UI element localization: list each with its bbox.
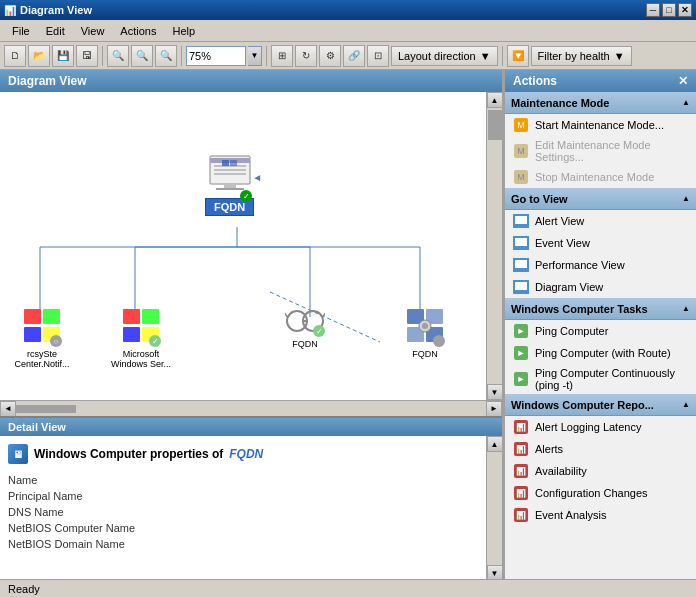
- vscroll-thumb[interactable]: [488, 110, 502, 140]
- separator-1: [102, 46, 103, 66]
- svg-rect-19: [230, 160, 237, 166]
- menu-actions[interactable]: Actions: [112, 23, 164, 39]
- ping-route-label: Ping Computer (with Route): [535, 347, 671, 359]
- actions-panel: Actions ✕ Maintenance Mode ▲ M Start Mai…: [504, 70, 696, 579]
- child-node-4[interactable]: FQDN: [395, 307, 455, 359]
- title-bar: 📊 Diagram View ─ □ ✕: [0, 0, 696, 20]
- root-node[interactable]: ✓ FQDN ◄: [205, 152, 254, 216]
- vscroll-track[interactable]: [488, 108, 502, 384]
- diagram-canvas[interactable]: ✓ FQDN ◄ ○: [0, 92, 486, 400]
- separator-3: [266, 46, 267, 66]
- toolbar-zoom-in[interactable]: 🔍: [131, 45, 153, 67]
- zoom-dropdown[interactable]: ▼: [248, 46, 262, 66]
- action-alert-latency[interactable]: 📊 Alert Logging Latency: [505, 416, 696, 438]
- diagram-view-icon: [513, 279, 529, 295]
- diagram-hscroll[interactable]: ◄ ►: [0, 400, 502, 416]
- detail-vscroll-up[interactable]: ▲: [487, 436, 503, 452]
- action-alerts[interactable]: 📊 Alerts: [505, 438, 696, 460]
- svg-text:M: M: [517, 146, 525, 156]
- section-goto-collapse[interactable]: ▲: [682, 194, 690, 203]
- child-node-1[interactable]: ○ rcsySte Center.Notif...: [6, 307, 78, 369]
- minimize-button[interactable]: ─: [646, 3, 660, 17]
- filter-health-btn[interactable]: Filter by health ▼: [531, 46, 632, 66]
- toolbar-save2[interactable]: 🖫: [76, 45, 98, 67]
- toolbar-open[interactable]: 📂: [28, 45, 50, 67]
- detail-icon: 🖥: [8, 444, 28, 464]
- zoom-input[interactable]: [186, 46, 246, 66]
- child-node-3[interactable]: ✓ FQDN: [275, 307, 335, 349]
- svg-rect-24: [123, 309, 140, 324]
- child4-icon-wrapper: [405, 307, 445, 347]
- section-goto-title: Go to View: [511, 193, 568, 205]
- toolbar-link[interactable]: 🔗: [343, 45, 365, 67]
- actions-header: Actions ✕: [505, 70, 696, 92]
- svg-text:M: M: [517, 172, 525, 182]
- action-event-analysis[interactable]: 📊 Event Analysis: [505, 504, 696, 526]
- window-controls[interactable]: ─ □ ✕: [646, 3, 692, 17]
- action-start-maintenance[interactable]: M Start Maintenance Mode...: [505, 114, 696, 136]
- section-reports-collapse[interactable]: ▲: [682, 400, 690, 409]
- action-ping[interactable]: ► Ping Computer: [505, 320, 696, 342]
- svg-text:📊: 📊: [516, 444, 526, 454]
- toolbar-refresh[interactable]: ↻: [295, 45, 317, 67]
- actions-scroll-area[interactable]: Maintenance Mode ▲ M Start Maintenance M…: [505, 92, 696, 579]
- menu-edit[interactable]: Edit: [38, 23, 73, 39]
- child3-label: FQDN: [292, 339, 318, 349]
- toolbar-zoom-out[interactable]: 🔍: [155, 45, 177, 67]
- action-event-view[interactable]: Event View: [505, 232, 696, 254]
- maximize-button[interactable]: □: [662, 3, 676, 17]
- start-maintenance-label: Start Maintenance Mode...: [535, 119, 664, 131]
- window-title: Diagram View: [20, 4, 646, 16]
- field-principal: Principal Name: [8, 488, 478, 504]
- detail-vscroll[interactable]: ▲ ▼: [486, 436, 502, 581]
- ping-label: Ping Computer: [535, 325, 608, 337]
- diagram-panel: Diagram View: [0, 70, 504, 579]
- hscroll-right[interactable]: ►: [486, 401, 502, 417]
- svg-line-32: [323, 313, 325, 317]
- menu-help[interactable]: Help: [164, 23, 203, 39]
- section-tasks-title: Windows Computer Tasks: [511, 303, 648, 315]
- action-alert-view[interactable]: Alert View: [505, 210, 696, 232]
- toolbar-new[interactable]: 🗋: [4, 45, 26, 67]
- toolbar-save[interactable]: 💾: [52, 45, 74, 67]
- layout-direction-btn[interactable]: Layout direction ▼: [391, 46, 498, 66]
- action-config-changes[interactable]: 📊 Configuration Changes: [505, 482, 696, 504]
- toolbar-settings[interactable]: ⚙: [319, 45, 341, 67]
- menu-file[interactable]: File: [4, 23, 38, 39]
- child1-status: ○: [50, 335, 62, 347]
- section-tasks-collapse[interactable]: ▲: [682, 304, 690, 313]
- performance-view-icon: [513, 257, 529, 273]
- svg-rect-46: [515, 216, 527, 224]
- vscroll-down[interactable]: ▼: [487, 384, 503, 400]
- hscroll-left[interactable]: ◄: [0, 401, 16, 417]
- diagram-vscroll[interactable]: ▲ ▼: [486, 92, 502, 400]
- toolbar-grid[interactable]: ⊞: [271, 45, 293, 67]
- action-performance-view[interactable]: Performance View: [505, 254, 696, 276]
- menu-view[interactable]: View: [73, 23, 113, 39]
- action-ping-route[interactable]: ► Ping Computer (with Route): [505, 342, 696, 364]
- toolbar-search[interactable]: 🔍: [107, 45, 129, 67]
- svg-text:M: M: [517, 120, 525, 130]
- section-goto-view: Go to View ▲: [505, 188, 696, 210]
- svg-rect-22: [24, 327, 41, 342]
- stop-maintenance-icon: M: [513, 169, 529, 185]
- action-ping-continuous[interactable]: ► Ping Computer Continuously (ping -t): [505, 364, 696, 394]
- child4-status: [433, 335, 445, 347]
- app-icon: 📊: [4, 5, 16, 16]
- svg-rect-17: [216, 188, 244, 190]
- section-maintenance-collapse[interactable]: ▲: [682, 98, 690, 107]
- vscroll-up[interactable]: ▲: [487, 92, 503, 108]
- toolbar-filter-icon[interactable]: 🔽: [507, 45, 529, 67]
- hscroll-thumb[interactable]: [16, 405, 76, 413]
- toolbar-layout-icon[interactable]: ⊡: [367, 45, 389, 67]
- layout-direction-arrow: ▼: [480, 50, 491, 62]
- status-text: Ready: [8, 583, 40, 595]
- action-diagram-view[interactable]: Diagram View: [505, 276, 696, 298]
- performance-view-label: Performance View: [535, 259, 625, 271]
- action-availability[interactable]: 📊 Availability: [505, 460, 696, 482]
- close-button[interactable]: ✕: [678, 3, 692, 17]
- child-node-2[interactable]: ✓ Microsoft Windows Ser...: [105, 307, 177, 369]
- section-reports-title: Windows Computer Repo...: [511, 399, 654, 411]
- actions-close-button[interactable]: ✕: [678, 74, 688, 88]
- hscroll-track[interactable]: [16, 403, 486, 415]
